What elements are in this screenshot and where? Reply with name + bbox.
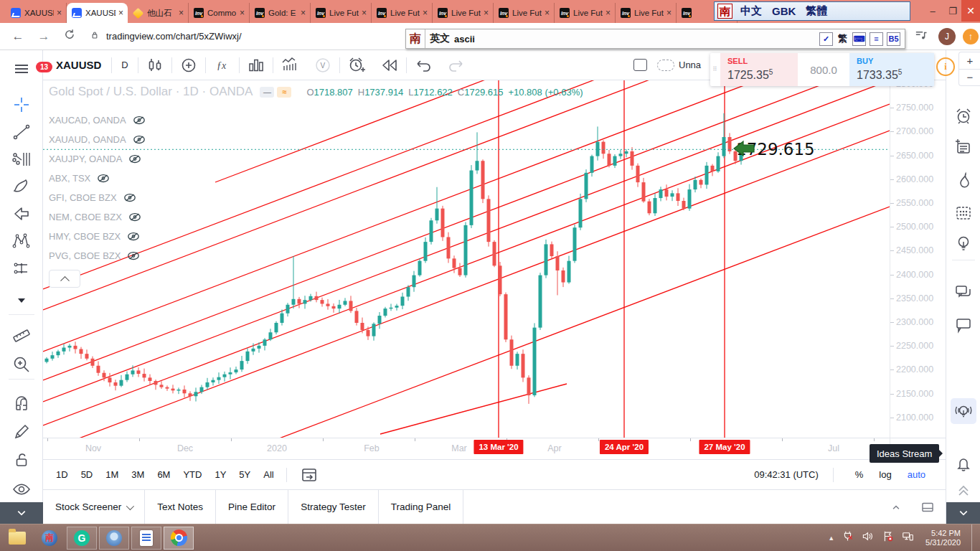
tab-close-button[interactable]: × <box>604 8 612 18</box>
candle-body[interactable] <box>143 374 146 377</box>
candle-body[interactable] <box>344 301 347 304</box>
tool-hide-all-icon[interactable] <box>11 479 32 499</box>
candle-body[interactable] <box>711 166 715 171</box>
chart-style-button[interactable] <box>145 55 165 75</box>
compare-add-button[interactable] <box>179 55 199 75</box>
ime-tool-icon[interactable]: ≡ <box>870 32 883 46</box>
tab-close-button[interactable]: × <box>55 8 63 18</box>
candle-body[interactable] <box>206 382 209 387</box>
candle-body[interactable] <box>470 171 473 225</box>
candle-body[interactable] <box>154 381 158 385</box>
candle-body[interactable] <box>149 377 152 381</box>
sidebar-hide-arrows-icon[interactable] <box>953 481 974 501</box>
ime-input-bar[interactable]: 南 英文 ascii ✓繁⌨≡B5 <box>405 29 905 49</box>
tab-close-button[interactable]: × <box>177 8 185 18</box>
price-axis-label[interactable]: 2750.000 <box>896 103 933 113</box>
candle-body[interactable] <box>699 180 703 185</box>
time-axis-label[interactable]: 2020 <box>267 443 287 453</box>
candle-body[interactable] <box>636 166 640 182</box>
candle-body[interactable] <box>677 193 680 201</box>
candle-body[interactable] <box>160 385 164 387</box>
volume-icon[interactable] <box>861 529 875 546</box>
candle-body[interactable] <box>223 375 227 377</box>
taskbar-wps[interactable] <box>131 527 161 550</box>
profile-avatar[interactable]: J <box>938 28 956 45</box>
eye-off-icon[interactable] <box>123 193 136 202</box>
trend-channel-line[interactable] <box>43 80 890 310</box>
eye-off-icon[interactable] <box>133 135 146 144</box>
tool-arrow-annotation-icon[interactable] <box>11 204 32 224</box>
candle-body[interactable] <box>579 199 583 227</box>
candle-body[interactable] <box>85 354 89 359</box>
candle-body[interactable] <box>126 375 129 380</box>
tool-ruler-icon[interactable] <box>11 326 32 346</box>
browser-tab[interactable]: InvLive Fut× <box>494 3 555 23</box>
candle-body[interactable] <box>625 151 628 154</box>
candle-body[interactable] <box>62 348 66 352</box>
browser-tab[interactable]: InvLive Fut× <box>311 3 372 23</box>
price-axis-label[interactable]: 2350.000 <box>896 293 933 303</box>
browser-tab[interactable]: InvGold: E× <box>250 3 311 23</box>
candle-body[interactable] <box>401 296 405 306</box>
tool-pitchfork-icon[interactable] <box>11 149 32 169</box>
indicators-button[interactable]: ƒx <box>212 55 232 75</box>
panel-tab[interactable]: Strategy Tester <box>288 490 379 524</box>
window-minimize-button[interactable]: – <box>923 0 943 22</box>
action-center-flag-icon[interactable] <box>881 529 895 546</box>
time-axis-label[interactable]: Jul <box>828 443 839 453</box>
event-date-label[interactable]: 24 Apr '20 <box>600 440 649 454</box>
candle-body[interactable] <box>608 154 611 166</box>
range-button-1m[interactable]: 1M <box>105 469 118 480</box>
eye-off-icon[interactable] <box>133 116 146 125</box>
candle-body[interactable] <box>487 199 491 242</box>
tray-expand-icon[interactable]: ▲ <box>828 534 834 542</box>
collapse-right-toolbar-button[interactable] <box>946 502 980 524</box>
compare-symbol-row[interactable]: XAUCAD, OANDA <box>49 112 146 128</box>
browser-tab[interactable]: InvLive Fut× <box>555 3 616 23</box>
compare-symbol-row[interactable]: NEM, CBOE BZX <box>49 209 141 225</box>
tool-trend-line-icon[interactable] <box>11 122 32 142</box>
panel-expand-icon[interactable] <box>888 499 904 515</box>
range-button-3m[interactable]: 3M <box>131 469 144 480</box>
candle-body[interactable] <box>659 189 663 198</box>
ime-tool-icon[interactable]: B5 <box>887 32 900 46</box>
candle-body[interactable] <box>493 242 496 265</box>
candle-body[interactable] <box>545 244 548 275</box>
taskbar-ime-globe[interactable]: 南 <box>34 527 65 550</box>
tab-close-button[interactable]: × <box>543 8 551 18</box>
candle-body[interactable] <box>717 156 720 171</box>
tool-zoom-in-icon[interactable] <box>11 354 32 375</box>
time-axis-label[interactable]: Feb <box>364 443 380 453</box>
compare-symbol-row[interactable]: ABX, TSX <box>49 170 110 186</box>
time-axis-label[interactable]: Apr <box>547 443 561 453</box>
browser-tab[interactable]: XAUUSD× <box>6 3 67 23</box>
range-button-ytd[interactable]: YTD <box>183 469 202 480</box>
ime-tool-icon[interactable]: ⌨ <box>852 32 866 46</box>
candle-body[interactable] <box>355 311 359 323</box>
create-alert-button[interactable] <box>347 55 367 75</box>
compare-symbol-row[interactable]: XAUJPY, OANDA <box>49 151 141 166</box>
candle-body[interactable] <box>447 237 451 258</box>
candle-body[interactable] <box>114 382 118 386</box>
trend-channel-line[interactable] <box>43 80 890 352</box>
sell-button[interactable]: SELL 1725.355 <box>720 53 798 86</box>
candle-body[interactable] <box>705 166 709 185</box>
price-axis[interactable]: 2800.0002750.0002700.0002650.0002600.000… <box>890 80 946 438</box>
candle-body[interactable] <box>286 305 290 314</box>
candle-body[interactable] <box>258 346 261 349</box>
range-button-6m[interactable]: 6M <box>157 469 170 480</box>
undo-button[interactable] <box>413 55 433 75</box>
candle-body[interactable] <box>252 349 255 352</box>
time-axis-label[interactable]: Dec <box>177 443 193 453</box>
window-close-button[interactable]: ✕ <box>961 0 980 22</box>
trend-channel-line[interactable] <box>43 131 890 438</box>
scale-button-auto[interactable]: auto <box>908 469 925 480</box>
price-axis-label[interactable]: 2250.000 <box>896 341 933 351</box>
candle-body[interactable] <box>183 390 187 393</box>
candle-body[interactable] <box>516 354 519 366</box>
compare-symbol-row[interactable]: XAUAUD, OANDA <box>49 131 146 147</box>
refresh-button[interactable] <box>62 28 77 44</box>
time-axis-label[interactable]: Mar <box>451 443 467 453</box>
price-axis-label[interactable]: 2650.000 <box>896 151 933 161</box>
candle-body[interactable] <box>326 303 330 306</box>
